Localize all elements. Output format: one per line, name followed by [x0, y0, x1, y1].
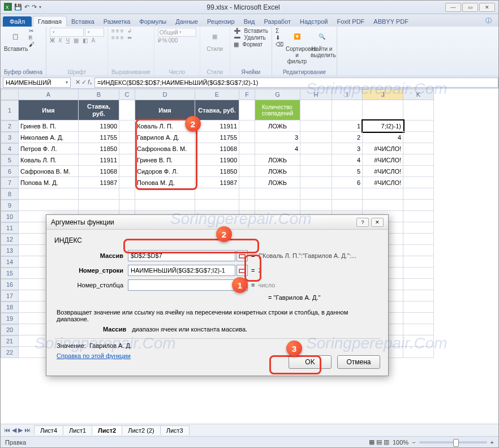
cell[interactable] [119, 143, 135, 154]
cancel-formula-icon[interactable]: ✕ [75, 79, 80, 86]
cell[interactable] [300, 188, 332, 200]
row-header[interactable]: 14 [1, 256, 19, 268]
col-G[interactable]: G [255, 89, 300, 100]
cell[interactable] [239, 188, 255, 200]
cell[interactable]: 3 [255, 132, 300, 143]
maximize-button[interactable]: ▭ [462, 3, 478, 12]
sheet-nav-last[interactable]: ⏭ [24, 427, 31, 434]
cell[interactable] [403, 177, 434, 188]
arg2-refedit-button[interactable] [236, 265, 248, 276]
cell[interactable]: 11987 [79, 177, 119, 188]
cell[interactable] [403, 166, 434, 177]
zoom-level[interactable]: 100% [393, 439, 408, 446]
hdr-B1[interactable]: Ставка, руб. [79, 100, 119, 120]
cell[interactable] [119, 154, 135, 166]
cell[interactable]: Николаев А. Д. [19, 132, 79, 143]
cell[interactable] [363, 200, 403, 211]
cell[interactable] [255, 188, 300, 200]
clear-icon[interactable]: ⌫ [276, 41, 283, 48]
tab-formulas[interactable]: Формулы [135, 16, 171, 27]
col-H[interactable]: H [300, 89, 332, 100]
numberformat-combo[interactable]: Общий [158, 28, 196, 37]
zoom-in-button[interactable]: + [491, 439, 494, 446]
cell[interactable] [239, 100, 255, 120]
cell[interactable]: Сафронова В. М. [19, 166, 79, 177]
row-header[interactable]: 15 [1, 268, 19, 279]
cell[interactable] [119, 120, 135, 132]
cell[interactable]: 2 [332, 132, 363, 143]
tab-addins[interactable]: Надстрой [295, 16, 332, 27]
tab-data[interactable]: Данные [171, 16, 203, 27]
col-E[interactable]: E [195, 89, 239, 100]
italic-button[interactable]: К [59, 37, 62, 44]
cell[interactable] [363, 100, 403, 120]
hdr-G1[interactable]: Количество совпадений [255, 100, 300, 120]
cell[interactable] [403, 290, 434, 301]
find-select-button[interactable]: 🔍Найти и выделить [311, 28, 333, 58]
row-header[interactable]: 16 [1, 279, 19, 290]
row-header[interactable]: 20 [1, 324, 19, 335]
cell[interactable]: #ЧИСЛО! [363, 143, 403, 154]
formula-input[interactable]: =ИНДЕКС($D$2:$D$7;НАИМЕНЬШИЙ($G$2:$G$7;I… [94, 77, 498, 88]
row-header[interactable]: 12 [1, 234, 19, 245]
autosum-icon[interactable]: Σ [276, 28, 279, 34]
row-header[interactable]: 6 [1, 166, 19, 177]
cell[interactable] [403, 324, 434, 335]
cell[interactable] [119, 177, 135, 188]
cell[interactable] [300, 166, 332, 177]
col-C[interactable]: C [119, 89, 135, 100]
arg1-refedit-button[interactable] [236, 250, 248, 261]
row-header[interactable]: 4 [1, 143, 19, 154]
merge-icon[interactable]: ⬌ [127, 35, 132, 41]
percent-icon[interactable]: % [162, 37, 167, 44]
cell[interactable] [239, 120, 255, 132]
cell[interactable]: Попова М. Д. [135, 177, 195, 188]
cell[interactable]: 11911 [195, 120, 239, 132]
cell[interactable] [239, 177, 255, 188]
cell[interactable] [403, 313, 434, 324]
cell[interactable] [119, 132, 135, 143]
cell[interactable]: 6 [332, 177, 363, 188]
sheet-tab[interactable]: Лист2 (2) [122, 425, 161, 435]
dialog-help-link[interactable]: Справка по этой функции [57, 352, 131, 359]
cell[interactable]: ЛОЖЬ [255, 154, 300, 166]
align-left-icon[interactable]: ≡ [111, 35, 115, 41]
view-normal-icon[interactable]: ▦ [369, 438, 375, 446]
view-pagebreak-icon[interactable]: ▥ [384, 438, 389, 446]
cell[interactable] [135, 200, 195, 211]
cell[interactable] [195, 188, 239, 200]
hdr-D1[interactable]: Имя [135, 100, 195, 120]
sheet-tab-active[interactable]: Лист2 [92, 425, 122, 435]
row-header[interactable]: 8 [1, 188, 19, 200]
wrap-icon[interactable]: ↲ [127, 28, 132, 34]
align-right-icon[interactable]: ≡ [121, 35, 124, 41]
fill-icon[interactable]: ⬇ [276, 35, 280, 41]
cell[interactable] [332, 200, 363, 211]
align-mid-icon[interactable]: ≡ [116, 28, 119, 34]
select-all-corner[interactable] [1, 89, 19, 100]
fontcolor-icon[interactable]: A [91, 37, 95, 44]
cell[interactable]: 11068 [79, 166, 119, 177]
row-header[interactable]: 5 [1, 154, 19, 166]
cell[interactable] [403, 143, 434, 154]
cell[interactable] [119, 188, 135, 200]
row-header[interactable]: 17 [1, 290, 19, 301]
sheet-tab[interactable]: Лист1 [63, 425, 92, 435]
col-I[interactable]: I [332, 89, 363, 100]
redo-icon[interactable]: ↷ [32, 3, 37, 11]
cell[interactable] [403, 347, 434, 358]
cell[interactable] [119, 200, 135, 211]
underline-button[interactable]: Ч [66, 37, 70, 44]
cell[interactable] [19, 188, 79, 200]
cell[interactable] [300, 100, 332, 120]
delete-cells-icon[interactable]: ➖ [234, 35, 240, 41]
tab-developer[interactable]: Разработ [260, 16, 295, 27]
minimize-button[interactable]: — [445, 3, 461, 12]
copy-icon[interactable]: ⎘ [29, 35, 35, 41]
align-center-icon[interactable]: ≡ [116, 35, 119, 41]
cell[interactable]: 1 [332, 120, 363, 132]
zoom-out-button[interactable]: − [412, 439, 415, 446]
cell[interactable]: 11755 [79, 132, 119, 143]
row-header[interactable]: 7 [1, 177, 19, 188]
row-header[interactable]: 22 [1, 347, 19, 358]
